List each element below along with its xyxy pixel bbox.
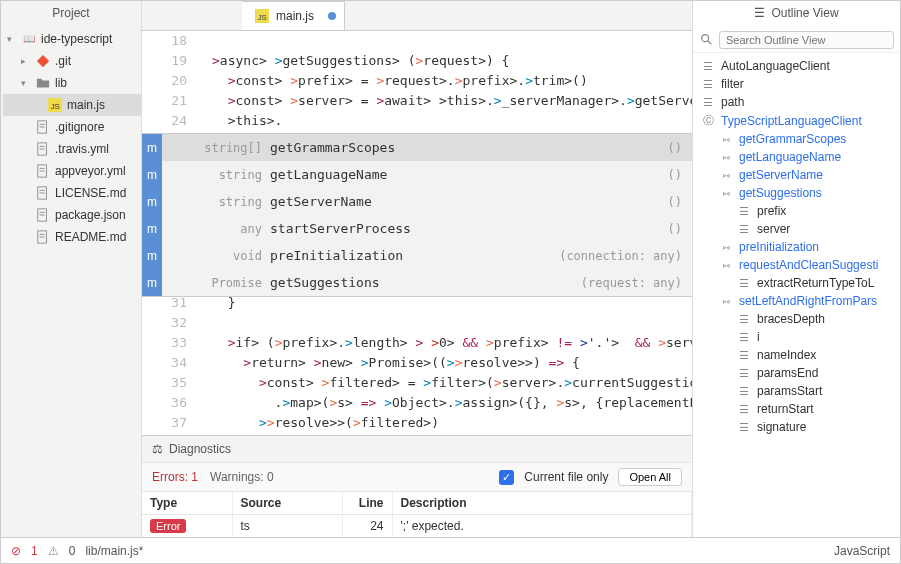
var-symbol-icon: ☰ bbox=[737, 403, 751, 416]
outline-item[interactable]: ☰extractReturnTypeToL bbox=[693, 274, 900, 292]
outline-item[interactable]: ☰bracesDepth bbox=[693, 310, 900, 328]
outline-item[interactable]: ☰AutoLanguageClient bbox=[693, 57, 900, 75]
class-symbol-icon: Ⓒ bbox=[701, 113, 715, 128]
outline-item[interactable]: ☰filter bbox=[693, 75, 900, 93]
outline-item-label: AutoLanguageClient bbox=[721, 59, 830, 73]
col-line[interactable]: Line bbox=[342, 492, 392, 515]
tree-item[interactable]: package.json bbox=[3, 204, 141, 226]
fn-symbol-icon: ⑅ bbox=[719, 151, 733, 163]
var-symbol-icon: ☰ bbox=[737, 277, 751, 290]
code-editor[interactable]: 181920212431323334353637 >async> >getSug… bbox=[142, 31, 692, 435]
tree-root-label: ide-typescript bbox=[41, 30, 112, 48]
outline-item-label: filter bbox=[721, 77, 744, 91]
fn-symbol-icon: ⑅ bbox=[719, 187, 733, 199]
col-description[interactable]: Description bbox=[392, 492, 692, 515]
var-symbol-icon: ☰ bbox=[737, 331, 751, 344]
diag-source: ts bbox=[232, 515, 342, 538]
outline-item-label: signature bbox=[757, 420, 806, 434]
completion-name: preInitialization bbox=[270, 246, 470, 266]
current-file-checkbox[interactable]: ✓ bbox=[499, 470, 514, 485]
outline-item-label: i bbox=[757, 330, 760, 344]
outline-item[interactable]: ⑅getSuggestions bbox=[693, 184, 900, 202]
completion-item[interactable]: mvoidpreInitialization(connection: any) bbox=[142, 242, 692, 269]
col-source[interactable]: Source bbox=[232, 492, 342, 515]
outline-item[interactable]: ⑅getServerName bbox=[693, 166, 900, 184]
tree-item[interactable]: LICENSE.md bbox=[3, 182, 141, 204]
file-icon bbox=[35, 230, 51, 244]
errors-count: 1 bbox=[191, 470, 198, 484]
tab-label: main.js bbox=[276, 9, 314, 23]
outline-item[interactable]: ☰server bbox=[693, 220, 900, 238]
outline-item[interactable]: ⒸTypeScriptLanguageClient bbox=[693, 111, 900, 130]
fn-symbol-icon: ⑅ bbox=[719, 259, 733, 271]
outline-item[interactable]: ⑅preInitialization bbox=[693, 238, 900, 256]
svg-text:JS: JS bbox=[51, 102, 60, 111]
outline-item[interactable]: ⑅setLeftAndRightFromPars bbox=[693, 292, 900, 310]
tree-item-label: package.json bbox=[55, 206, 126, 224]
tree-root[interactable]: ▾ 📖 ide-typescript bbox=[3, 28, 141, 50]
completion-name: getLanguageName bbox=[270, 165, 470, 185]
outline-search-input[interactable] bbox=[719, 31, 894, 49]
tree-item-label: README.md bbox=[55, 228, 126, 246]
js-icon: JS bbox=[254, 9, 270, 23]
outline-item[interactable]: ☰path bbox=[693, 93, 900, 111]
completion-name: getSuggestions bbox=[270, 273, 470, 293]
status-lang[interactable]: JavaScript bbox=[834, 544, 890, 558]
completion-item[interactable]: manystartServerProcess() bbox=[142, 215, 692, 242]
completion-item[interactable]: mPromisegetSuggestions(request: any) bbox=[142, 269, 692, 296]
tree-item[interactable]: appveyor.yml bbox=[3, 160, 141, 182]
outline-item-label: preInitialization bbox=[739, 240, 819, 254]
status-warnings[interactable]: 0 bbox=[69, 544, 76, 558]
col-type[interactable]: Type bbox=[142, 492, 232, 515]
warning-status-icon[interactable]: ⚠ bbox=[48, 544, 59, 558]
outline-item[interactable]: ☰signature bbox=[693, 418, 900, 436]
tree-item[interactable]: .gitignore bbox=[3, 116, 141, 138]
outline-item[interactable]: ☰returnStart bbox=[693, 400, 900, 418]
status-errors[interactable]: 1 bbox=[31, 544, 38, 558]
error-status-icon[interactable]: ⊘ bbox=[11, 544, 21, 558]
outline-item-label: getLanguageName bbox=[739, 150, 841, 164]
diagnostic-row[interactable]: Errorts24';' expected. bbox=[142, 515, 692, 538]
outline-item[interactable]: ☰paramsEnd bbox=[693, 364, 900, 382]
outline-item[interactable]: ⑅getLanguageName bbox=[693, 148, 900, 166]
tab-main-js[interactable]: JS main.js bbox=[242, 1, 345, 30]
outline-item[interactable]: ☰i bbox=[693, 328, 900, 346]
outline-item-label: path bbox=[721, 95, 744, 109]
var-symbol-icon: ☰ bbox=[737, 223, 751, 236]
tree-item[interactable]: JSmain.js bbox=[3, 94, 141, 116]
completion-type: string bbox=[170, 165, 270, 185]
var-symbol-icon: ☰ bbox=[701, 96, 715, 109]
completion-type: string bbox=[170, 192, 270, 212]
completion-item[interactable]: mstringgetServerName() bbox=[142, 188, 692, 215]
outline-item-label: bracesDepth bbox=[757, 312, 825, 326]
outline-item-label: nameIndex bbox=[757, 348, 816, 362]
chevron-icon: ▾ bbox=[21, 74, 31, 92]
outline-item-label: paramsStart bbox=[757, 384, 822, 398]
method-marker-icon: m bbox=[142, 242, 162, 269]
tree-item[interactable]: ▾lib bbox=[3, 72, 141, 94]
completion-item[interactable]: mstring[]getGrammarScopes() bbox=[142, 134, 692, 161]
tree-item-label: .travis.yml bbox=[55, 140, 109, 158]
outline-item[interactable]: ☰nameIndex bbox=[693, 346, 900, 364]
open-all-button[interactable]: Open All bbox=[618, 468, 682, 486]
tree-item-label: .git bbox=[55, 52, 71, 70]
tree-item[interactable]: ▸.git bbox=[3, 50, 141, 72]
completion-name: getGrammarScopes bbox=[270, 138, 470, 158]
completion-item[interactable]: mstringgetLanguageName() bbox=[142, 161, 692, 188]
diag-desc: ';' expected. bbox=[392, 515, 692, 538]
var-symbol-icon: ☰ bbox=[737, 421, 751, 434]
outline-item[interactable]: ⑅getGrammarScopes bbox=[693, 130, 900, 148]
completion-signature: () bbox=[668, 219, 682, 239]
status-path[interactable]: lib/main.js* bbox=[85, 544, 143, 558]
outline-item[interactable]: ☰prefix bbox=[693, 202, 900, 220]
outline-item-label: getSuggestions bbox=[739, 186, 822, 200]
tree-item[interactable]: README.md bbox=[3, 226, 141, 248]
method-marker-icon: m bbox=[142, 134, 162, 161]
tab-bar: JS main.js bbox=[142, 1, 692, 31]
outline-item[interactable]: ☰paramsStart bbox=[693, 382, 900, 400]
list-icon: ☰ bbox=[754, 6, 765, 20]
var-symbol-icon: ☰ bbox=[701, 60, 715, 73]
tree-item[interactable]: .travis.yml bbox=[3, 138, 141, 160]
completion-type: void bbox=[170, 246, 270, 266]
outline-item[interactable]: ⑅requestAndCleanSuggesti bbox=[693, 256, 900, 274]
